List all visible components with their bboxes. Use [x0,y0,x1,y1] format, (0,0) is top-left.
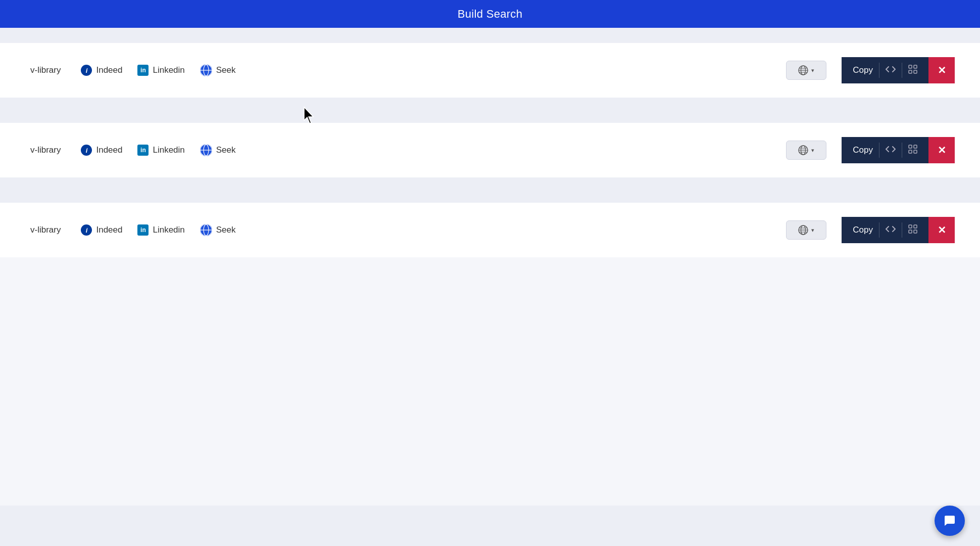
copy-button-1[interactable]: Copy [842,57,928,83]
code-icon-2 [886,145,896,155]
divider-4 [902,143,902,158]
copy-button-3[interactable]: Copy [842,217,928,243]
linkedin-label-2: Linkedin [153,145,184,155]
linkedin-icon-2: in [137,145,149,156]
copy-label-3: Copy [853,225,873,235]
divider-6 [902,222,902,238]
svg-rect-22 [909,145,912,148]
action-group-2: Copy [842,137,955,163]
linkedin-label-1: Linkedin [153,65,184,75]
svg-rect-9 [909,65,912,68]
platform-group-1: v-library i Indeed in Linkedin Seek [30,64,776,76]
divider-1 [879,63,879,78]
search-row-1: v-library i Indeed in Linkedin Seek [0,43,980,98]
linkedin-platform-3[interactable]: in Linkedin [137,224,184,236]
chevron-down-icon-1: ▾ [811,67,814,74]
grid-icon-3 [908,224,917,236]
copy-label-2: Copy [853,145,873,155]
linkedin-platform-1[interactable]: in Linkedin [137,65,184,76]
code-icon-1 [886,65,896,75]
seek-icon-1 [200,64,212,76]
vlibrary-label-3: v-library [30,225,61,235]
search-row-2: v-library i Indeed in Linkedin Seek [0,123,980,177]
svg-rect-10 [914,65,917,68]
divider-5 [879,222,879,238]
linkedin-icon-3: in [137,224,149,236]
delete-button-1[interactable]: ✕ [928,57,955,83]
seek-platform-2[interactable]: Seek [200,144,236,156]
copy-button-2[interactable]: Copy [842,137,928,163]
seek-label-3: Seek [216,225,236,235]
seek-icon-3 [200,224,212,236]
linkedin-label-3: Linkedin [153,225,184,235]
divider-3 [879,143,879,158]
indeed-platform-1[interactable]: i Indeed [81,65,122,76]
delete-button-3[interactable]: ✕ [928,217,955,243]
chevron-down-icon-2: ▾ [811,147,814,154]
indeed-label-2: Indeed [96,145,122,155]
platform-group-3: v-library i Indeed in Linkedin Seek [30,224,776,236]
indeed-icon-2: i [81,145,92,156]
action-group-3: Copy [842,217,955,243]
svg-rect-25 [914,150,917,153]
globe-dropdown-3[interactable]: ▾ [786,220,826,240]
grid-icon-1 [908,65,917,76]
globe-icon-2 [798,145,808,155]
spacer-2 [0,177,980,203]
vlibrary-label-1: v-library [30,65,61,75]
indeed-platform-2[interactable]: i Indeed [81,145,122,156]
page-title: Build Search [458,8,522,21]
globe-icon-1 [798,65,808,75]
grid-icon-2 [908,145,917,156]
svg-rect-11 [909,70,912,73]
delete-icon-3: ✕ [938,224,946,236]
globe-dropdown-2[interactable]: ▾ [786,141,826,160]
svg-rect-23 [914,145,917,148]
code-icon-3 [886,225,896,235]
indeed-label-3: Indeed [96,225,122,235]
indeed-label-1: Indeed [96,65,122,75]
svg-rect-37 [909,230,912,233]
platform-group-2: v-library i Indeed in Linkedin Seek [30,144,776,156]
indeed-icon-1: i [81,65,92,76]
spacer-1 [0,98,980,123]
globe-dropdown-1[interactable]: ▾ [786,61,826,80]
delete-icon-1: ✕ [938,64,946,76]
search-row-3: v-library i Indeed in Linkedin Seek [0,203,980,257]
indeed-icon-3: i [81,224,92,236]
action-group-1: Copy [842,57,955,83]
seek-platform-1[interactable]: Seek [200,64,236,76]
delete-icon-2: ✕ [938,144,946,156]
copy-label-1: Copy [853,65,873,75]
svg-rect-12 [914,70,917,73]
vlibrary-label-2: v-library [30,145,61,155]
svg-rect-24 [909,150,912,153]
linkedin-platform-2[interactable]: in Linkedin [137,145,184,156]
delete-button-2[interactable]: ✕ [928,137,955,163]
svg-rect-36 [914,225,917,228]
app-header: Build Search [0,0,980,28]
globe-icon-3 [798,225,808,235]
linkedin-icon-1: in [137,65,149,76]
seek-icon-2 [200,144,212,156]
chat-icon [943,514,957,528]
seek-label-2: Seek [216,145,236,155]
indeed-platform-3[interactable]: i Indeed [81,224,122,236]
svg-rect-38 [914,230,917,233]
chat-button[interactable] [935,506,965,536]
seek-platform-3[interactable]: Seek [200,224,236,236]
chevron-down-icon-3: ▾ [811,227,814,234]
top-spacer [0,28,980,43]
svg-rect-35 [909,225,912,228]
footer-area [0,506,980,546]
seek-label-1: Seek [216,65,236,75]
divider-2 [902,63,902,78]
